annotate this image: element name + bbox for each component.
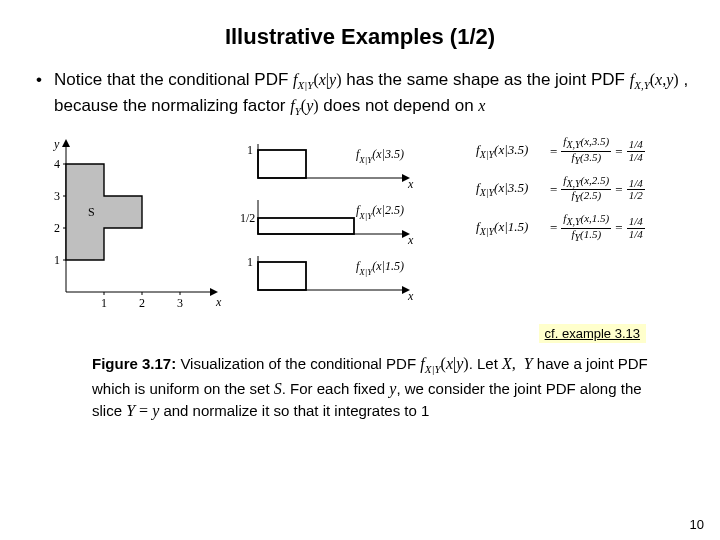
figure-label: Figure 3.17: <box>92 355 176 372</box>
equation-2: fX|Y(x|3.5)= fX,Y(x,2.5)fY(2.5) = 1/41/2 <box>476 175 647 205</box>
svg-rect-39 <box>258 262 306 290</box>
caption-t6: and normalize it so that it integrates t… <box>163 402 429 419</box>
svg-text:fX|Y(x|1.5): fX|Y(x|1.5) <box>356 259 404 277</box>
bullet-text-1: Notice that the conditional PDF <box>54 70 293 89</box>
svg-text:x: x <box>407 177 414 191</box>
caption-t1: Visualization of the conditional PDF <box>180 355 420 372</box>
bullet-text-4: does not depend on <box>323 96 478 115</box>
svg-text:fX|Y(x|3.5): fX|Y(x|3.5) <box>356 147 404 165</box>
slide: Illustrative Examples (1/2) Notice that … <box>0 0 720 540</box>
caption-math-2: X, Y <box>502 355 533 372</box>
svg-text:1/2: 1/2 <box>240 211 255 225</box>
svg-text:4: 4 <box>54 157 60 171</box>
region-plot: y x 1 2 3 4 1 2 3 S <box>32 128 232 318</box>
slide-title: Illustrative Examples (1/2) <box>28 24 692 50</box>
main-bullet: Notice that the conditional PDF fX|Y(x|y… <box>28 68 692 120</box>
math-marginal-pdf: fY(y) <box>290 97 318 114</box>
svg-text:2: 2 <box>139 296 145 310</box>
caption-math-5: Y = y <box>126 402 159 419</box>
math-joint-pdf: fX,Y(x,y) <box>630 71 679 88</box>
svg-text:3: 3 <box>54 189 60 203</box>
cf-note: cf. example 3.13 <box>539 324 646 343</box>
svg-text:1: 1 <box>54 253 60 267</box>
caption-t2: . Let <box>469 355 502 372</box>
svg-text:S: S <box>88 205 95 219</box>
math-var-x: x <box>478 97 485 114</box>
svg-text:2: 2 <box>54 221 60 235</box>
equations-column: fX|Y(x|3.5)= fX,Y(x,3.5)fY(3.5) = 1/41/4… <box>474 128 647 251</box>
svg-text:3: 3 <box>177 296 183 310</box>
figure-caption: Figure 3.17: Visualization of the condit… <box>92 353 662 422</box>
svg-text:x: x <box>215 295 222 309</box>
figure-row: y x 1 2 3 4 1 2 3 S <box>32 128 692 318</box>
svg-marker-1 <box>62 139 70 147</box>
cf-note-wrap: cf. example 3.13 <box>28 324 646 343</box>
equation-1: fX|Y(x|3.5)= fX,Y(x,3.5)fY(3.5) = 1/41/4 <box>476 136 647 166</box>
svg-rect-32 <box>258 218 354 234</box>
svg-text:1: 1 <box>247 143 253 157</box>
svg-text:y: y <box>53 137 60 151</box>
slice-plots: 1 x fX|Y(x|3.5) 1/2 x fX|Y(x|2.5) <box>238 128 468 318</box>
bullet-text-2: has the same shape as the joint PDF <box>346 70 630 89</box>
svg-text:1: 1 <box>247 255 253 269</box>
equation-3: fX|Y(x|1.5)= fX,Y(x,1.5)fY(1.5) = 1/41/4 <box>476 213 647 243</box>
svg-rect-25 <box>258 150 306 178</box>
caption-math-3: S <box>274 380 282 397</box>
svg-text:fX|Y(x|2.5): fX|Y(x|2.5) <box>356 203 404 221</box>
svg-text:x: x <box>407 233 414 247</box>
math-cond-pdf: fX|Y(x|y) <box>293 71 341 88</box>
caption-math-1: fX|Y(x|y) <box>420 355 468 372</box>
page-number: 10 <box>690 517 704 532</box>
caption-t4: . For each fixed <box>282 380 390 397</box>
svg-text:x: x <box>407 289 414 303</box>
svg-text:1: 1 <box>101 296 107 310</box>
